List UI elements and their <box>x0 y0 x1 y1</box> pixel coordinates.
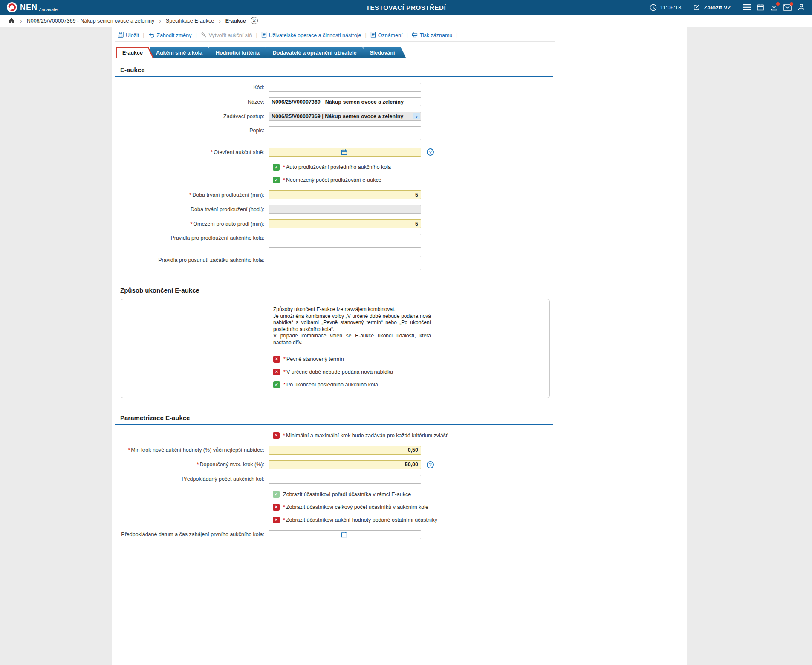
help-icon[interactable]: ? <box>427 148 434 156</box>
record-toolbar: Uložit | Zahodit změny | Vytvořit aukční… <box>115 29 555 42</box>
toolbar-separator: | <box>256 32 257 38</box>
breadcrumb-item-specification[interactable]: Specifikace E-aukce <box>166 18 214 24</box>
create-auction-hall-label: Vytvořit aukční síň <box>209 32 252 38</box>
menu-icon[interactable] <box>743 3 751 12</box>
document-icon <box>261 32 267 39</box>
krok-zvlast-checkbox[interactable]: × <box>273 432 280 439</box>
pravidla-prodlouzeni-textarea[interactable] <box>269 234 421 248</box>
min-krok-input[interactable] <box>269 446 421 455</box>
breadcrumb: › N006/25/V00007369 - Nákup semen ovoce … <box>0 15 812 27</box>
max-krok-input[interactable] <box>269 460 421 469</box>
notifications-label: Oznámení <box>378 32 403 38</box>
nova-nabidka-checkbox[interactable]: × <box>273 369 280 375</box>
hodnoty-ostatnich-checkbox[interactable]: × <box>273 517 280 523</box>
pevny-termin-checkbox[interactable]: × <box>273 356 280 363</box>
divider <box>737 3 737 11</box>
chevron-right-icon: › <box>20 18 22 24</box>
field-row-kod: Kód: <box>115 83 553 92</box>
tab-hodnotici-kriteria[interactable]: Hodnotící kritéria <box>209 47 271 58</box>
field-row-pocet-kol: Předpokládaný počet aukčních kol: <box>115 475 553 484</box>
user-operations-label: Uživatelské operace a činnosti nástroje <box>269 32 361 38</box>
section-title-e-aukce: E-aukce <box>115 61 553 77</box>
user-icon[interactable] <box>797 3 805 12</box>
mail-badge <box>790 2 793 6</box>
divider <box>687 3 687 11</box>
create-tender-button[interactable]: Založit VZ <box>693 3 731 12</box>
chevron-right-icon: › <box>219 18 221 24</box>
user-operations-button[interactable]: Uživatelské operace a činnosti nástroje <box>261 32 361 39</box>
nazev-input[interactable] <box>269 97 421 106</box>
create-auction-hall-button[interactable]: Vytvořit aukční síň <box>201 32 252 39</box>
krok-zvlast-label: *Minimální a maximální krok bude zadáván… <box>283 433 448 438</box>
doba-min-input[interactable] <box>269 190 421 199</box>
otevreni-label: *Otevření aukční síně: <box>115 149 269 155</box>
tab-dodavatele[interactable]: Dodavatelé a oprávnění uživatelé <box>266 47 368 58</box>
zadavaci-postup-input <box>269 112 421 121</box>
discard-changes-button[interactable]: Zahodit změny <box>148 32 192 39</box>
neomezeny-pocet-checkbox[interactable]: ✓ <box>273 177 280 183</box>
checkbox-row-posledni-kolo: ✓ *Po ukončení posledního aukčního kola <box>273 381 549 388</box>
checkbox-row-pocet-ucastniku: × *Zobrazit účastníkovi celkový počet úč… <box>273 504 553 511</box>
tab-bar: E-aukce Aukční síně a kola Hodnotící kri… <box>116 47 553 58</box>
omezeni-input[interactable] <box>269 219 421 228</box>
brand-name: NEN <box>20 3 38 12</box>
tab-label: Sledování <box>370 50 395 56</box>
doba-hod-input <box>269 205 421 214</box>
doba-hod-label: Doba trvání prodloužení (hod.): <box>115 206 269 212</box>
save-button[interactable]: Uložit <box>118 32 139 39</box>
field-row-nazev: Název: <box>115 97 553 106</box>
print-record-button[interactable]: Tisk záznamu <box>412 32 453 39</box>
toolbar-separator: | <box>365 32 366 38</box>
help-icon[interactable]: ? <box>427 461 434 468</box>
open-record-arrow-icon[interactable]: › <box>413 113 420 119</box>
checkbox-row-nova-nabidka: × *V určené době nebude podána nová nabí… <box>273 369 549 375</box>
pocet-kol-input[interactable] <box>269 475 421 484</box>
zadavaci-postup-label: Zadávací postup: <box>115 113 269 119</box>
mail-icon[interactable] <box>783 3 792 12</box>
field-row-max-krok: *Doporučený max. krok (%): ? <box>115 460 553 469</box>
calendar-picker-icon[interactable] <box>341 149 347 155</box>
save-icon <box>118 32 124 39</box>
field-row-doba-min: *Doba trvání prodloužení (min): <box>115 190 553 199</box>
notifications-button[interactable]: Oznámení <box>370 32 403 39</box>
tab-aukcni-sine-a-kola[interactable]: Aukční síně a kola <box>150 47 214 58</box>
breadcrumb-item-procedure[interactable]: N006/25/V00007369 - Nákup semen ovoce a … <box>27 18 155 24</box>
gavel-icon <box>201 32 207 39</box>
toolbar-separator: | <box>143 32 144 38</box>
kod-input[interactable] <box>269 83 421 92</box>
max-krok-label: *Doporučený max. krok (%): <box>115 462 269 468</box>
breadcrumb-item-current[interactable]: E-aukce <box>225 18 246 24</box>
popis-textarea[interactable] <box>269 126 421 140</box>
tab-e-aukce[interactable]: E-aukce <box>116 47 154 58</box>
tab-label: Dodavatelé a oprávnění uživatelé <box>273 50 357 56</box>
tab-label: Hodnotící kritéria <box>216 50 260 56</box>
pravidla-posunuti-textarea[interactable] <box>269 256 421 270</box>
tab-sledovani[interactable]: Sledování <box>363 47 406 58</box>
checkbox-row-auto-prodluzovani: ✓ *Auto prodlužování posledního aukčního… <box>273 164 553 171</box>
field-row-datum-zahajeni: Předpokládané datum a čas zahájení první… <box>115 530 553 539</box>
auto-prodluzovani-label: *Auto prodlužování posledního aukčního k… <box>283 164 391 170</box>
nazev-label: Název: <box>115 99 269 105</box>
create-tender-label: Založit VZ <box>704 4 731 11</box>
toolbar-separator: | <box>406 32 407 38</box>
tab-label: Aukční síně a kola <box>156 50 202 56</box>
poradi-label: Zobrazit účastníkovi pořadí účastníka v … <box>283 491 411 497</box>
calendar-picker-icon[interactable] <box>341 531 347 538</box>
pravidla-posunuti-label: Pravidla pro posunutí začátku aukčního k… <box>115 256 269 263</box>
nen-logo[interactable]: NEN Zadavatel <box>7 2 58 12</box>
neomezeny-pocet-label: *Neomezený počet prodlužování e-aukce <box>283 177 381 183</box>
posledni-kolo-checkbox[interactable]: ✓ <box>273 381 280 388</box>
home-icon[interactable] <box>7 17 15 25</box>
calendar-icon[interactable] <box>756 3 764 12</box>
field-row-popis: Popis: <box>115 126 553 140</box>
tab-label: E-aukce <box>122 50 143 56</box>
field-row-zadavaci-postup: Zadávací postup: › <box>115 112 553 121</box>
section-title-parametrizace: Parametrizace E-aukce <box>115 409 553 425</box>
downloads-icon[interactable] <box>770 3 778 12</box>
close-record-icon[interactable]: ✕ <box>251 17 258 24</box>
field-row-otevreni: *Otevření aukční síně: ? <box>115 148 553 157</box>
toolbar-separator: | <box>196 32 197 38</box>
pocet-ucastniku-checkbox[interactable]: × <box>273 504 280 511</box>
auto-prodluzovani-checkbox[interactable]: ✓ <box>273 164 280 171</box>
checkbox-row-poradi: ✓ Zobrazit účastníkovi pořadí účastníka … <box>273 491 553 498</box>
